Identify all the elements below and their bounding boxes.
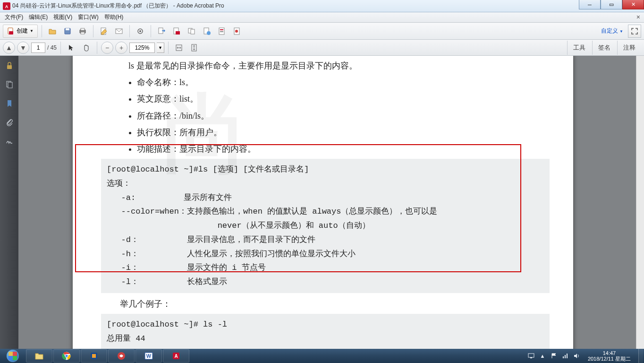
- maximize-button[interactable]: ▭: [601, 0, 622, 9]
- zoom-out-button[interactable]: −: [101, 42, 113, 54]
- svg-rect-29: [8, 82, 12, 88]
- page-up-button[interactable]: ▲: [3, 42, 15, 54]
- document-viewport[interactable]: 尚 ls 是最常见的目录操作命令，主要作用是显示目录下的内容。 命令名称：ls。…: [18, 56, 644, 349]
- clock-time: 14:47: [588, 350, 631, 356]
- hand-tool-button[interactable]: [80, 41, 93, 54]
- svg-rect-21: [220, 29, 223, 30]
- svg-rect-44: [565, 355, 566, 358]
- page-number-input[interactable]: [31, 43, 45, 53]
- zoom-dropdown[interactable]: ▼: [157, 43, 164, 53]
- doc-li-3: 所在路径：/bin/ls。: [137, 108, 545, 124]
- clock-date: 2018/12/11 星期二: [588, 356, 631, 362]
- fit-width-button[interactable]: [172, 41, 186, 54]
- show-desktop-button[interactable]: [638, 349, 643, 363]
- combine-button[interactable]: [185, 25, 198, 38]
- email-button[interactable]: [112, 25, 126, 38]
- page-down-button[interactable]: ▼: [17, 42, 29, 54]
- tray-chevron-icon[interactable]: ▲: [539, 352, 546, 360]
- tray-monitor-icon[interactable]: [527, 352, 535, 360]
- task-acrobat[interactable]: A: [163, 349, 189, 363]
- open-button[interactable]: [46, 25, 59, 38]
- doc-li-2: 英文原意：list。: [137, 91, 545, 107]
- attachments-icon[interactable]: [4, 117, 15, 128]
- nav-toolbar: ▲ ▼ / 45 − + ▼ 工具 签名 注释: [0, 40, 644, 56]
- task-word[interactable]: W: [136, 349, 162, 363]
- settings-button[interactable]: [134, 25, 147, 38]
- page-total-label: / 45: [47, 44, 57, 51]
- svg-point-12: [139, 30, 141, 32]
- code-block-usage: [root@localhost ~]#ls [选项] [文件名或目录名] 选项：…: [101, 159, 550, 293]
- multimedia-button[interactable]: [230, 25, 244, 38]
- sign-panel-button[interactable]: 签名: [592, 41, 616, 55]
- titlebar: A 04 尚硅谷-云计算-Linux系统管理-Linux常用命令.pdf （已加…: [0, 0, 644, 12]
- svg-point-24: [235, 30, 238, 33]
- task-chrome[interactable]: [53, 349, 80, 363]
- svg-rect-7: [81, 28, 85, 30]
- menubar: 文件(F) 编辑(E) 视图(V) 窗口(W) 帮助(H) ×: [0, 12, 644, 23]
- svg-rect-8: [81, 32, 85, 34]
- close-button[interactable]: ✕: [622, 0, 644, 9]
- taskbar-clock[interactable]: 14:47 2018/12/11 星期二: [584, 350, 635, 362]
- zoom-in-button[interactable]: +: [115, 42, 127, 54]
- doc-li-4: 执行权限：所有用户。: [137, 124, 545, 140]
- doc-intro: ls 是最常见的目录操作命令，主要作用是显示目录下的内容。: [111, 58, 545, 74]
- menu-window[interactable]: 窗口(W): [75, 12, 101, 22]
- bookmarks-icon[interactable]: [4, 98, 15, 109]
- examples-label: 举几个例子：: [120, 296, 545, 312]
- comment-panel-button[interactable]: 注释: [617, 41, 641, 55]
- svg-rect-41: [528, 354, 534, 357]
- create-pdf-button[interactable]: [170, 25, 183, 38]
- main-area: 尚 ls 是最常见的目录操作命令，主要作用是显示目录下的内容。 命令名称：ls。…: [0, 56, 644, 349]
- print-button[interactable]: [76, 25, 89, 38]
- form-button[interactable]: [215, 25, 229, 38]
- doc-bullet-list: 命令名称：ls。 英文原意：list。 所在路径：/bin/ls。 执行权限：所…: [137, 74, 545, 157]
- doc-li-1: 命令名称：ls。: [137, 74, 545, 90]
- tray-volume-icon[interactable]: [573, 352, 580, 360]
- main-toolbar: 创建 ▼ 自定义 ▼: [0, 23, 644, 40]
- create-label: 创建: [17, 27, 28, 35]
- svg-rect-35: [92, 354, 96, 358]
- task-vbox[interactable]: [81, 349, 107, 363]
- menu-file[interactable]: 文件(F): [2, 12, 26, 22]
- app-icon: A: [3, 2, 10, 10]
- export-button[interactable]: [155, 25, 168, 38]
- fit-page-button[interactable]: [187, 41, 201, 54]
- menu-view[interactable]: 视图(V): [51, 12, 75, 22]
- create-button[interactable]: 创建 ▼: [3, 25, 38, 38]
- vertical-scrollbar[interactable]: [636, 56, 644, 349]
- task-app1[interactable]: [108, 349, 135, 363]
- tray-flag-icon[interactable]: [550, 352, 558, 360]
- svg-text:A: A: [5, 4, 8, 9]
- start-button[interactable]: [0, 349, 25, 363]
- navigation-rail: [0, 56, 18, 349]
- svg-rect-3: [9, 31, 13, 35]
- svg-text:W: W: [146, 353, 152, 359]
- svg-rect-27: [7, 65, 12, 69]
- fullscreen-button[interactable]: [628, 25, 641, 38]
- pdf-page: 尚 ls 是最常见的目录操作命令，主要作用是显示目录下的内容。 命令名称：ls。…: [73, 56, 573, 349]
- save-button[interactable]: [61, 25, 74, 38]
- edit-text-button[interactable]: [97, 25, 110, 38]
- tray-network-icon[interactable]: [561, 352, 569, 360]
- svg-rect-22: [220, 31, 223, 32]
- task-explorer[interactable]: [26, 349, 52, 363]
- select-tool-button[interactable]: [65, 41, 78, 54]
- minimize-button[interactable]: ─: [579, 0, 601, 9]
- svg-text:A: A: [174, 354, 178, 359]
- code-block-example: [root@localhost ~]# ls -l 总用量 44 -rw----…: [101, 314, 550, 349]
- close-document-button[interactable]: ×: [636, 13, 640, 21]
- signatures-icon[interactable]: [4, 136, 15, 147]
- system-tray: ▲ 14:47 2018/12/11 星期二: [526, 349, 644, 363]
- customize-link[interactable]: 自定义 ▼: [601, 27, 626, 35]
- thumbnails-icon[interactable]: [4, 79, 15, 90]
- menu-help[interactable]: 帮助(H): [102, 12, 127, 22]
- window-title: 04 尚硅谷-云计算-Linux系统管理-Linux常用命令.pdf （已加密）…: [12, 2, 579, 10]
- svg-rect-45: [567, 354, 568, 358]
- menu-edit[interactable]: 编辑(E): [26, 12, 51, 22]
- svg-rect-43: [563, 356, 564, 358]
- tools-panel-button[interactable]: 工具: [567, 41, 591, 55]
- window-controls: ─ ▭ ✕: [579, 0, 644, 12]
- share-button[interactable]: [200, 25, 213, 38]
- zoom-input[interactable]: [129, 43, 155, 53]
- security-icon[interactable]: [4, 60, 15, 71]
